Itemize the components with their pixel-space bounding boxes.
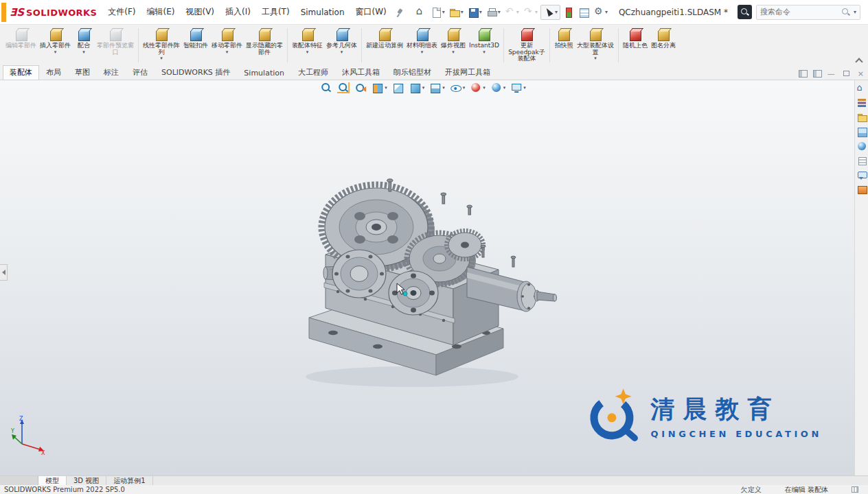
hide-show-items-button[interactable]: ▾ [450,82,466,93]
ribbon-mate-button[interactable]: 配合 ▾ [73,27,95,67]
feature-tree-flyout-button[interactable] [0,264,8,281]
edit-appearance-button[interactable]: ▾ [470,82,486,93]
tab-sketch[interactable]: 草图 [68,65,97,80]
graphics-viewport[interactable]: ▾ ▾ ▾ ▾ ▾ ▾ ▾ [0,80,854,475]
ribbon-separator [138,28,139,62]
open-button[interactable]: ▾ [448,5,465,19]
previous-view-button[interactable] [354,82,367,93]
tab-scroll-area[interactable] [0,476,38,485]
assembly-features-icon [300,27,315,41]
view-palette-icon[interactable] [857,127,867,137]
ribbon-large-assembly-settings-button[interactable]: 大型装配体设置 ▾ [575,27,615,67]
select-tool-button[interactable]: ▾ [540,5,560,20]
menu-simulation[interactable]: Simulation [295,5,350,19]
menu-file[interactable]: 文件(F) [102,4,141,20]
ribbon-insert-components-button[interactable]: 插入零部件 ▾ [38,27,72,67]
ribbon-move-component-button[interactable]: 移动零部件 ▾ [210,27,244,67]
tab-layout[interactable]: 布局 [39,65,68,80]
zoom-fit-button[interactable] [320,82,332,93]
center-bearing-cap[interactable] [389,271,438,315]
tab-dagongchengshi[interactable]: 大工程师 [291,65,335,80]
undo-button[interactable]: ▾ [503,5,521,19]
annotation-views-button[interactable] [392,82,404,93]
section-view-button[interactable]: ▾ [372,82,387,93]
pin-menu-icon[interactable] [395,8,404,17]
ribbon-bill-of-materials-button[interactable]: 材料明细表 ▾ [405,27,439,67]
ribbon-button-label: 编辑零部件 [5,43,36,49]
solidworks-forum-icon[interactable] [857,170,867,180]
options-button[interactable]: ▾ [592,5,609,19]
ribbon-linear-pattern-button[interactable]: 线性零部件阵列 ▾ [141,27,181,67]
left-bearing-cap[interactable] [332,250,386,298]
ribbon-edit-component-button[interactable]: 编辑零部件 [4,27,38,67]
tab-model[interactable]: 模型 [38,476,67,485]
insert-components-icon [48,27,63,41]
chevron-down-icon: ▾ [605,9,608,15]
search-input[interactable] [760,8,838,16]
tab-markup[interactable]: 标注 [97,65,126,80]
print-button[interactable]: ▾ [485,5,502,19]
menu-tools[interactable]: 工具(T) [256,4,295,20]
tab-assembly[interactable]: 装配体 [3,65,39,80]
save-button[interactable]: ▾ [466,5,483,19]
solidworks-resources-icon[interactable] [857,84,867,93]
ribbon-exploded-view-button[interactable]: 爆炸视图 ▾ [439,27,467,67]
ribbon-component-preview-button[interactable]: 零部件预览窗口 [95,27,135,67]
tab-motion-study-1[interactable]: 运动算例1 [106,476,152,485]
ribbon-button-label: Instant3D [469,43,499,49]
ribbon-update-speedpak-button[interactable]: 更新Speedpak子装配体 [507,27,547,67]
tab-kaiba-toolbox[interactable]: 开拔网工具箱 [438,65,497,80]
ribbon-reference-geometry-button[interactable]: 参考几何体 ▾ [325,27,358,67]
menu-insert[interactable]: 插入(I) [220,4,256,20]
home-button[interactable] [414,5,428,19]
chevron-down-icon[interactable]: ▾ [854,9,856,15]
ribbon-smart-fasteners-button[interactable]: 智能扣件 [182,27,209,67]
tab-addins[interactable]: SOLIDWORKS 插件 [155,65,237,80]
selection-point [403,292,407,296]
menu-window[interactable]: 窗口(W) [350,4,392,20]
selection-filter-button[interactable] [577,5,591,19]
chevron-down-icon: ▾ [385,85,387,91]
menu-edit[interactable]: 编辑(E) [141,4,181,20]
ribbon-take-snapshot-button[interactable]: 拍快照 [553,27,575,67]
rebuild-button[interactable] [562,5,575,19]
panel-layout-icon[interactable] [799,70,808,78]
doc-close-button[interactable]: × [858,69,864,78]
redo-button[interactable]: ▾ [522,5,539,19]
appearances-scenes-icon[interactable] [857,141,867,151]
tab-evaluate[interactable]: 评估 [126,65,155,80]
ribbon-button-label: 显示隐藏的零部件 [246,43,283,56]
file-explorer-icon[interactable] [857,113,867,122]
ribbon-new-motion-study-button[interactable]: 新建运动算例 [365,27,404,67]
ribbon-random-color-button[interactable]: 随机上色 [621,27,649,67]
tab-simulation[interactable]: Simulation [237,67,291,80]
design-library-icon[interactable] [857,98,867,108]
xpress-products-icon[interactable] [857,185,867,194]
ribbon-collapse-button[interactable] [856,57,863,64]
zoom-area-button[interactable] [337,82,350,93]
ribbon-separate-button[interactable]: 图名分离 [650,27,677,67]
edit-appearance-icon [470,82,482,93]
apply-scene-button[interactable]: ▾ [490,82,506,93]
ribbon-instant3d-button[interactable]: Instant3D ▾ [468,27,501,67]
tab-3d-views[interactable]: 3D 视图 [67,476,106,485]
command-search-button[interactable] [738,5,752,19]
editing-status-label: 在编辑 装配体 [785,485,828,494]
ribbon-assembly-features-button[interactable]: 装配体特征 ▾ [290,27,324,67]
doc-restore-button[interactable] [843,71,849,76]
previous-view-icon [354,82,367,93]
custom-properties-icon[interactable] [857,156,867,165]
custom-properties-status-icon[interactable] [852,486,858,493]
gearbox-assembly-model[interactable] [295,176,570,458]
ribbon-show-hidden-components-button[interactable]: 显示隐藏的零部件 [244,27,284,67]
menu-view[interactable]: 视图(V) [180,4,220,20]
doc-minimize-button[interactable]: — [827,69,835,78]
panel-layout-icon[interactable] [813,70,822,78]
view-settings-button[interactable]: ▾ [510,82,526,93]
search-icon [841,8,850,16]
display-style-button[interactable]: ▾ [429,82,445,93]
tab-mufeng-toolbox[interactable]: 沐风工具箱 [335,65,387,80]
view-orientation-button[interactable]: ▾ [409,82,425,93]
tab-langle-profile[interactable]: 朗乐铝型材 [387,65,438,80]
new-document-button[interactable]: ▾ [429,5,446,19]
